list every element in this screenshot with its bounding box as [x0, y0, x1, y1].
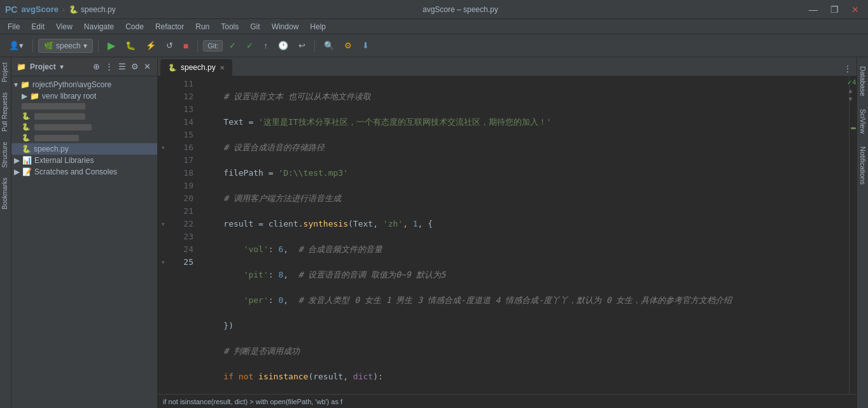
linenum-24: 24	[168, 243, 193, 256]
menu-run[interactable]: Run	[190, 21, 214, 32]
code-line-20: })	[204, 320, 844, 332]
search-button[interactable]: 🔍	[320, 39, 338, 52]
linenum-18: 18	[168, 167, 193, 179]
right-tab-database[interactable]: Database	[858, 60, 868, 102]
code-line-18: 'pit': 8, # 设置语音的音调 取值为0~9 默认为5	[204, 269, 844, 281]
gutter-22[interactable]: ▾	[158, 218, 168, 230]
tree-speech-label: speech.py	[34, 144, 69, 153]
blurred-item-3	[34, 124, 92, 130]
tree-scratches[interactable]: ▶ 📝 Scratches and Consoles	[11, 166, 157, 178]
code-line-22: if not isinstance(result, dict):	[204, 370, 844, 383]
tree-speech-py[interactable]: 🐍 speech.py	[11, 143, 157, 155]
minimize-button[interactable]: —	[805, 3, 822, 16]
linenum-12: 12	[168, 90, 193, 103]
gutter-16[interactable]: ▾	[158, 141, 168, 154]
tree-item-blurred3[interactable]: 🐍	[11, 122, 157, 132]
py-icon-1: 🐍	[22, 112, 31, 120]
toolbar-back[interactable]: 👤▾	[5, 39, 27, 52]
linenum-14: 14	[168, 116, 193, 129]
run-button[interactable]: ▶	[104, 38, 119, 53]
left-tab-structure[interactable]: Structure	[0, 137, 11, 173]
project-tool-close[interactable]: ✕	[143, 60, 152, 73]
menu-code[interactable]: Code	[120, 21, 149, 32]
gutter-21	[158, 205, 168, 218]
coverage-button[interactable]: ⚡	[142, 39, 160, 52]
tab-more-button[interactable]: ⋮	[839, 62, 857, 76]
menu-view[interactable]: View	[51, 21, 78, 32]
tree-external-libs[interactable]: ▶ 📊 External Libraries	[11, 155, 157, 166]
right-tab-sciview[interactable]: SciView	[858, 102, 868, 140]
tree-item-blurred1[interactable]	[11, 102, 157, 111]
git-history[interactable]: 🕐	[274, 39, 292, 52]
project-tool-scroll[interactable]: ⋮	[104, 60, 115, 73]
update-button[interactable]: ⬇	[358, 39, 373, 52]
menu-file[interactable]: File	[3, 21, 25, 32]
menu-git[interactable]: Git	[245, 21, 265, 32]
branch-selector[interactable]: 🌿 speech ▾	[38, 39, 93, 53]
tree-ext-label: External Libraries	[34, 156, 94, 165]
stop-button[interactable]: ■	[179, 39, 192, 53]
code-line-16: result = client.synthesis(Text, 'zh', 1,…	[204, 218, 844, 230]
file-tree: ▾ 📁 roject\Python\avgScore ▶ 📁 venv libr…	[11, 76, 157, 408]
git-check2[interactable]: ✓	[242, 39, 257, 52]
tree-root[interactable]: ▾ 📁 roject\Python\avgScore	[11, 79, 157, 90]
stripe-up[interactable]: ▲	[847, 87, 856, 94]
breadcrumb-text: if not isinstance(result, dict) > with o…	[163, 398, 342, 405]
blurred-item-4	[34, 135, 79, 141]
tree-scratches-label: Scratches and Consoles	[34, 167, 117, 176]
tree-item-blurred4[interactable]: 🐍	[11, 132, 157, 143]
left-tab-pullrequests[interactable]: Pull Requests	[0, 87, 11, 137]
editor-tabs: 🐍 speech.py ✕ ⋮	[158, 57, 857, 76]
gutter-14	[158, 116, 168, 129]
menu-refactor[interactable]: Refactor	[150, 21, 189, 32]
venv-folder-icon: 📁	[30, 92, 39, 101]
tree-scratch-expand: ▶	[14, 167, 20, 176]
settings-button[interactable]: ⚙	[340, 39, 356, 52]
left-tab-project[interactable]: Project	[0, 57, 11, 87]
menu-navigate[interactable]: Navigate	[79, 21, 119, 32]
linenum-25: 25	[168, 256, 193, 269]
project-tool-collapse[interactable]: ☰	[117, 60, 127, 73]
tab-close-button[interactable]: ✕	[220, 64, 225, 71]
line-numbers: 11 12 13 14 15 16 17 18 19 20 21 22 23 2…	[168, 76, 199, 394]
branch-name: speech	[56, 41, 81, 50]
code-content[interactable]: # 设置语音文本 也可以从本地文件读取 Text = '这里是IT技术分享社区，…	[199, 76, 849, 394]
debug-button[interactable]: 🐛	[122, 39, 139, 52]
linenum-17: 17	[168, 154, 193, 167]
project-tool-settings[interactable]: ⚙	[130, 60, 140, 73]
py-icon-2: 🐍	[22, 123, 31, 131]
menu-window[interactable]: Window	[267, 21, 304, 32]
stripe-mark-1	[851, 127, 856, 129]
right-tab-notifications[interactable]: Notifications	[858, 140, 868, 191]
code-line-11: # 设置语音文本 也可以从本地文件读取	[204, 90, 844, 103]
menu-tools[interactable]: Tools	[216, 21, 244, 32]
tree-expand-icon: ▾	[14, 80, 18, 89]
editor-tab-speech[interactable]: 🐍 speech.py ✕	[160, 59, 232, 76]
project-tool-add[interactable]: ⊕	[92, 60, 101, 73]
blurred-item-1	[22, 103, 85, 109]
gutter-25[interactable]: ▾	[158, 256, 168, 269]
titlebar-left: PC avgScore › 🐍 speech.py	[5, 4, 116, 15]
gutter-15	[158, 129, 168, 141]
git-check1[interactable]: ✓	[225, 39, 240, 52]
code-line-13: # 设置合成语音的存储路径	[204, 141, 844, 154]
tree-item-blurred2[interactable]: 🐍	[11, 111, 157, 122]
menu-edit[interactable]: Edit	[26, 21, 50, 32]
gutter-12	[158, 90, 168, 103]
close-button[interactable]: ✕	[848, 3, 863, 16]
maximize-button[interactable]: ❐	[827, 3, 843, 16]
titlebar: PC avgScore › 🐍 speech.py avgScore – spe…	[0, 0, 868, 19]
linenum-13: 13	[168, 103, 193, 116]
profile-button[interactable]: ↺	[162, 39, 177, 52]
right-sidebar: Database SciView Notifications	[857, 57, 868, 408]
git-push[interactable]: ↑	[260, 39, 272, 52]
menu-help[interactable]: Help	[305, 21, 331, 32]
gutter-18	[158, 167, 168, 179]
git-rollback[interactable]: ↩	[295, 39, 309, 52]
toolbar: 👤▾ 🌿 speech ▾ ▶ 🐛 ⚡ ↺ ■ Git: ✓ ✓ ↑ 🕐 ↩ 🔍…	[0, 34, 868, 57]
stripe-down[interactable]: ▼	[847, 95, 856, 102]
left-tab-bookmarks[interactable]: Bookmarks	[0, 172, 11, 215]
linenum-19: 19	[168, 179, 193, 192]
tree-venv[interactable]: ▶ 📁 venv library root	[11, 90, 157, 102]
code-line-19: 'per': 0, # 发音人类型 0 女生 1 男生 3 情感合成-度道道 4…	[204, 294, 844, 307]
